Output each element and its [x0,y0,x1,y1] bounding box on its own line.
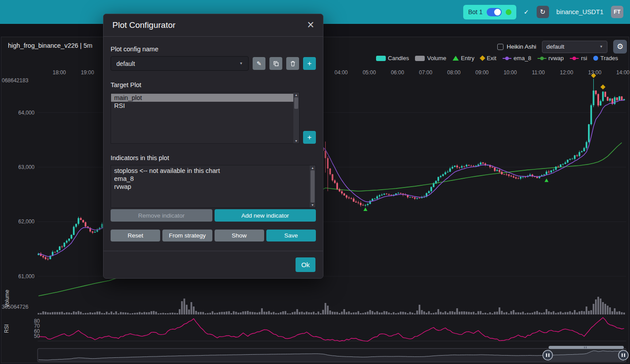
svg-text:64,000: 64,000 [18,110,35,116]
navigator-handle[interactable] [543,350,553,360]
chevron-down-icon: ▼ [239,61,243,65]
scrollbar[interactable]: ▲ ▼ [310,165,315,207]
bot-name-label: Bot 1 [468,8,483,15]
add-plot-button[interactable]: + [303,131,316,144]
scroll-up-icon[interactable]: ▲ [295,93,298,96]
chart-title: high_frog_binance_v226 | 5m [8,42,92,49]
legend-label: Exit [487,55,496,61]
trades-dot-icon [593,56,598,61]
target-plot-listbox[interactable]: main_plotRSI ▲ ▼ [111,92,300,144]
plus-icon: + [307,133,312,142]
modal-title: Plot Configurator [112,20,176,30]
exit-diamond-icon [480,55,485,61]
modal-body: Plot config name default ▼ ✎ + Target Pl… [104,37,323,251]
navigator-handle[interactable] [618,350,628,360]
scroll-up-icon[interactable]: ▲ [311,166,314,169]
scroll-thumb[interactable] [311,170,315,203]
legend-item-rsi[interactable]: rsi [570,55,587,61]
copy-icon [273,61,279,67]
refresh-icon: ↻ [540,8,545,16]
modal-footer: Ok [104,251,323,278]
svg-text:04:00: 04:00 [334,69,348,76]
scroll-thumb[interactable] [294,97,298,109]
plot-config-select[interactable]: default ▼ [542,41,607,53]
rsi-line [38,318,624,341]
chart-legend: CandlesVolumeEntryExitema_8rvwaprsiTrade… [376,55,618,61]
bot-selector[interactable]: Bot 1 [463,5,516,19]
gear-icon: ⚙ [617,43,623,50]
heikin-ashi-control[interactable]: Heikin Ashi [497,43,536,50]
volume-series [38,297,625,314]
remove-indicator-button[interactable]: Remove indicator [111,209,212,222]
legend-label: Trades [600,55,618,61]
legend-item-Volume[interactable]: Volume [415,55,446,61]
indicator-option[interactable]: stoploss <-- not available in this chart [111,167,310,175]
ok-button[interactable]: Ok [296,257,315,272]
legend-label: Volume [427,55,446,61]
legend-item-Trades[interactable]: Trades [593,55,618,61]
indicators-label: Indicators in this plot [111,154,316,161]
svg-text:05:00: 05:00 [363,69,376,76]
target-plot-label: Target Plot [111,81,316,88]
svg-text:07:00: 07:00 [419,69,432,76]
bot-instance-name: binance_USDT1 [557,8,603,15]
legend-item-Exit[interactable]: Exit [480,55,496,61]
svg-text:08:00: 08:00 [447,69,461,76]
legend-item-ema_8[interactable]: ema_8 [503,55,531,61]
delete-config-button[interactable] [286,57,299,70]
heikin-ashi-checkbox[interactable] [497,44,503,50]
close-button[interactable]: × [307,20,314,30]
legend-label: ema_8 [514,55,531,61]
rvwap-line-icon [538,58,546,59]
rename-config-button[interactable]: ✎ [253,57,265,70]
user-avatar[interactable]: FT [611,6,623,18]
svg-text:63,000: 63,000 [18,164,35,170]
svg-text:61,000: 61,000 [18,273,35,280]
indicators-listbox[interactable]: stoploss <-- not available in this chart… [111,165,316,208]
legend-item-Candles[interactable]: Candles [376,55,409,61]
add-new-indicator-button[interactable]: Add new indicator [215,209,316,222]
duplicate-config-button[interactable] [269,57,282,70]
scroll-down-icon[interactable]: ▼ [311,203,314,207]
check-icon: ✓ [524,8,529,15]
config-name-select[interactable]: default ▼ [111,56,249,71]
refresh-button[interactable]: ↻ [537,6,549,18]
rsi-pane-label: RSI [4,315,10,342]
target-plot-option[interactable]: RSI [111,102,293,110]
legend-item-Entry[interactable]: Entry [453,55,474,61]
exit-marker [600,84,605,89]
indicator-option[interactable]: rvwap [111,183,310,191]
volume-pane-label: Volume [4,285,10,312]
svg-text:18:00: 18:00 [53,69,66,76]
reset-button[interactable]: Reset [111,230,160,241]
indicator-option[interactable]: ema_8 [111,175,310,183]
entry-triangle-icon [453,56,459,61]
show-button[interactable]: Show [215,230,264,241]
legend-item-rvwap[interactable]: rvwap [538,55,564,61]
svg-text:12:00: 12:00 [560,69,573,76]
svg-text:14:00: 14:00 [616,69,630,76]
chart-controls: Heikin Ashi default ▼ ⚙ [497,40,627,54]
save-button[interactable]: Save [266,230,316,241]
plot-configurator-button[interactable]: ⚙ [613,40,627,54]
trash-icon [290,61,296,67]
from-strategy-button[interactable]: From strategy [162,230,212,241]
target-plot-option[interactable]: main_plot [111,94,293,102]
close-icon: × [307,18,314,31]
svg-text:068642183: 068642183 [2,77,28,84]
plot-config-name-label: Plot config name [111,46,316,53]
scrollbar[interactable]: ▲ ▼ [293,92,299,143]
rsi-line-icon [570,58,579,59]
svg-text:06:00: 06:00 [391,69,404,76]
toggle-knob [494,9,501,15]
legend-label: rsi [581,55,587,61]
bot-toggle[interactable] [487,8,502,16]
svg-text:19:00: 19:00 [81,69,94,76]
heikin-ashi-label: Heikin Ashi [507,43,536,50]
svg-text:11:00: 11:00 [532,69,545,76]
entry-marker [363,207,367,211]
scroll-down-icon[interactable]: ▼ [295,139,298,142]
navigator[interactable] [38,346,628,362]
plot-config-select-value: default [546,43,565,50]
add-config-button[interactable]: + [303,57,316,70]
